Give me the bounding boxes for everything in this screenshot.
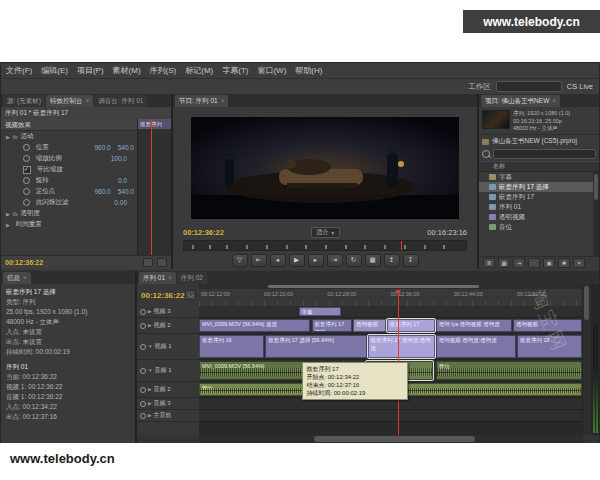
track-video3[interactable]: 字幕 — [199, 306, 582, 318]
timeline-clip[interactable]: 嵌套序列 17 选择 [56.94%] — [265, 335, 366, 358]
timeline-current-timecode[interactable]: 00:12:36:22 — [141, 291, 185, 300]
sequence-marker-icon[interactable] — [305, 245, 307, 249]
property-value[interactable]: 100.0 — [111, 155, 127, 162]
sequence-marker-icon[interactable] — [424, 245, 426, 249]
find-button[interactable]: ◌ — [528, 258, 540, 268]
program-mini-timeline[interactable] — [183, 240, 467, 251]
timeline-clip[interactable]: 透明视频 — [513, 319, 582, 332]
project-item-row[interactable]: 嵌套序列 17 — [479, 192, 599, 202]
video-effects-section-header[interactable]: 视频效果 — [1, 119, 137, 131]
stopwatch-icon[interactable] — [23, 199, 30, 206]
expand-track-icon[interactable]: ▶ — [148, 309, 151, 314]
sequence-marker-icon[interactable] — [226, 245, 228, 249]
track-video2[interactable]: MVI_0009.MOV [56.94%] 速度嵌套序列 17 选择透明视频嵌套… — [199, 318, 582, 334]
go-to-out-button[interactable]: ⇥ — [327, 254, 343, 267]
menu-item[interactable]: 素材(M) — [113, 65, 141, 76]
sequence-marker-icon[interactable] — [384, 245, 386, 249]
close-tab-icon[interactable]: × — [85, 97, 89, 104]
toggle-track-mute-icon[interactable] — [140, 413, 146, 419]
cs-live-button[interactable]: CS Live — [567, 82, 593, 91]
safe-margins-button[interactable]: ▦ — [365, 254, 381, 267]
zoom-in-icon[interactable] — [157, 258, 167, 267]
automate-to-sequence-button[interactable]: ⇥ — [513, 258, 525, 268]
menu-item[interactable]: 窗口(W) — [257, 65, 286, 76]
timeline-vertical-scrollbar[interactable] — [582, 284, 591, 435]
disclosure-triangle-icon[interactable]: ▶ — [6, 134, 10, 140]
new-bin-button[interactable]: ▣ — [543, 258, 555, 268]
property-value[interactable]: 0.0 — [118, 177, 127, 184]
property-value[interactable]: 960.0 — [94, 144, 110, 151]
time-ruler[interactable]: 00:12:12:0000:12:20:0000:12:28:0000:12:3… — [199, 289, 582, 307]
effect-controls-mini-timeline[interactable]: 嵌套序列 17 — [137, 119, 171, 256]
track-header-audio3[interactable]: ▶ 音频 3 — [137, 398, 199, 410]
effect-property-row[interactable]: ▶ 时间重置 — [1, 219, 137, 230]
project-root-item[interactable]: 佛山备王书NEW (CS5).prproj — [479, 135, 599, 148]
sequence-marker-icon[interactable] — [364, 245, 366, 249]
checkbox[interactable] — [23, 166, 31, 174]
stopwatch-icon[interactable] — [23, 144, 30, 151]
program-tab[interactable]: 节目: 序列 01× — [175, 95, 228, 107]
stopwatch-icon[interactable] — [23, 177, 30, 184]
toggle-track-mute-icon[interactable] — [140, 401, 146, 407]
step-back-button[interactable]: ◂ — [270, 254, 286, 267]
timeline-clip[interactable]: 字幕 — [299, 307, 341, 316]
menu-item[interactable]: 字幕(T) — [222, 65, 248, 76]
play-button[interactable]: ▶ — [289, 254, 305, 267]
sequence-marker-icon[interactable] — [325, 245, 327, 249]
toggle-track-output-icon[interactable] — [140, 323, 146, 329]
sequence-marker-icon[interactable] — [246, 245, 248, 249]
program-current-timecode[interactable]: 00:12:36:22 — [183, 228, 224, 237]
project-scrollbar[interactable] — [593, 172, 599, 256]
effect-property-row[interactable]: ▶ 缩放比例 100.0 — [1, 153, 137, 164]
menu-item[interactable]: 文件(F) — [6, 65, 32, 76]
expand-track-icon[interactable]: ▶ — [148, 413, 151, 418]
timeline-audio-clip[interactable]: 音位 — [436, 361, 582, 380]
lift-button[interactable]: ↥ — [384, 254, 400, 267]
menu-item[interactable]: 编辑(E) — [41, 65, 68, 76]
project-item-row[interactable]: 字幕 — [479, 172, 599, 182]
timeline-clip[interactable]: 嵌套序列 16 — [199, 335, 264, 358]
delete-button[interactable]: ✕ — [573, 258, 585, 268]
timeline-clip[interactable]: 透明视频 透明度:透明度 — [436, 335, 516, 358]
track-header-audio2[interactable]: ▶ 音频 2 — [137, 382, 199, 398]
expand-track-icon[interactable]: ▶ — [148, 387, 151, 392]
program-video-frame[interactable] — [191, 117, 459, 219]
effect-property-row[interactable]: ▶ 定位点 960.0 540.0 — [1, 186, 137, 197]
timeline-clip[interactable]: 嵌套序列 18 — [517, 335, 582, 358]
stopwatch-icon[interactable] — [23, 188, 30, 195]
sequence-marker-icon[interactable] — [345, 245, 347, 249]
preview-thumbnail[interactable] — [482, 110, 510, 129]
track-master[interactable] — [199, 410, 582, 422]
step-forward-button[interactable]: ▸ — [308, 254, 324, 267]
sequence-marker-icon[interactable] — [443, 245, 445, 249]
track-header-video1[interactable]: ▼ 视频 1 — [137, 334, 199, 360]
program-playhead[interactable] — [401, 241, 402, 250]
close-tab-icon[interactable]: × — [552, 97, 556, 104]
timeline-clip[interactable]: 嵌套序列 17 — [387, 319, 435, 332]
toggle-track-mute-icon[interactable] — [140, 387, 146, 393]
property-value[interactable]: 540.0 — [118, 188, 134, 195]
expand-track-icon[interactable]: ▼ — [148, 344, 152, 349]
track-header-master[interactable]: ▶ 主音轨 — [137, 410, 199, 422]
timeline-horizontal-scrollbar[interactable] — [199, 435, 583, 443]
list-view-button[interactable]: ≣ — [483, 258, 495, 268]
timeline-clip[interactable]: 透明 lya 透明视频 透明度 — [436, 319, 513, 332]
effect-property-row[interactable]: ▶ 抗闪烁过滤 0.00 — [1, 197, 137, 208]
panel-tab[interactable]: 特效控制台× — [46, 95, 93, 107]
track-header-audio1[interactable]: ▼ 音频 1 — [137, 360, 199, 382]
timeline-clip[interactable]: MVI_0009.MOV [56.94%] 速度 — [199, 319, 310, 332]
property-value[interactable]: 0.00 — [114, 199, 127, 206]
timeline-audio-clip[interactable]: MVI_0009.MOV [56.94%] — [199, 361, 310, 380]
sequence-marker-icon[interactable] — [404, 245, 406, 249]
project-item-row[interactable]: 音位 — [479, 222, 599, 232]
toggle-track-output-icon[interactable] — [140, 309, 146, 315]
workspace-dropdown[interactable] — [496, 81, 562, 92]
loop-button[interactable]: ↻ — [346, 254, 362, 267]
new-item-button[interactable]: ✱ — [558, 258, 570, 268]
close-tab-icon[interactable]: × — [23, 274, 27, 281]
effect-property-row[interactable]: ▶ 位置 960.0 540.0 — [1, 142, 137, 153]
sequence-marker-icon[interactable] — [286, 245, 288, 249]
sequence-marker-icon[interactable] — [266, 245, 268, 249]
go-to-in-button[interactable]: ⇤ — [251, 254, 267, 267]
timeline-clip[interactable]: 透明视频 — [353, 319, 386, 332]
